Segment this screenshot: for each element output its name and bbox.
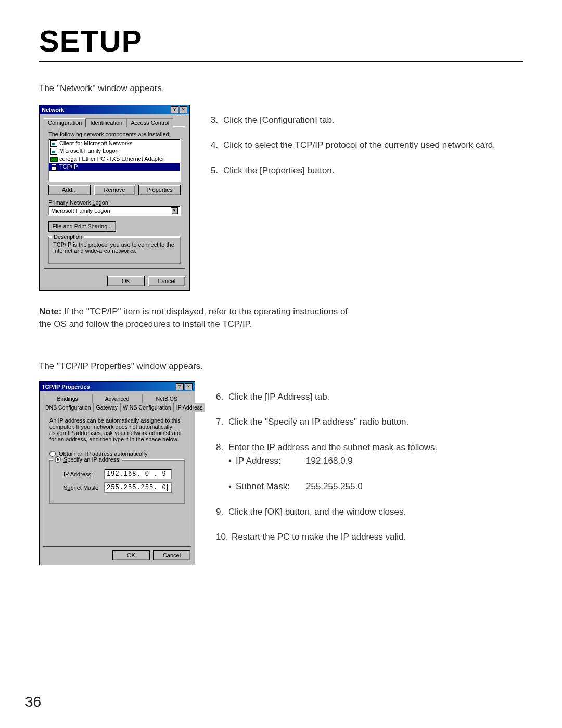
list-item-label: Client for Microsoft Networks	[59, 140, 133, 146]
bullet-mask: •Subnet Mask:255.255.255.0	[228, 480, 523, 493]
step-item: 9.Click the [OK] button, and the window …	[216, 506, 523, 519]
client-icon	[50, 148, 57, 155]
close-icon[interactable]: ×	[185, 383, 193, 390]
note-label: Note:	[39, 306, 61, 316]
intro-text-2: The "TCP/IP Properties" window appears.	[39, 360, 523, 373]
network-titlebar: Network ? ×	[40, 105, 189, 114]
list-item-label: TCP/IP	[59, 163, 78, 170]
tab-advanced[interactable]: Advanced	[92, 394, 142, 403]
tab-bindings[interactable]: Bindings	[43, 394, 92, 403]
tab-configuration[interactable]: Configuration	[44, 118, 86, 127]
tcpip-title: TCP/IP Properties	[42, 384, 90, 390]
ip-blurb: An IP address can be automatically assig…	[49, 417, 185, 442]
network-dialog: Network ? × Configuration Identification…	[39, 105, 190, 291]
installed-label: The following network components are ins…	[48, 131, 181, 137]
list-item-tcpip[interactable]: TCP/IP	[49, 163, 180, 171]
step-item-8: 8. Enter the IP address and the subnet m…	[216, 441, 523, 493]
description-group: Description TCP/IP is the protocol you u…	[48, 237, 181, 264]
step-item: 10.Restart the PC to make the IP address…	[216, 531, 523, 544]
ok-button[interactable]: OK	[107, 276, 145, 286]
file-print-sharing-button[interactable]: File and Print Sharing...	[48, 221, 116, 232]
tab-wins[interactable]: WINS Configuration	[120, 403, 174, 412]
tab-netbios[interactable]: NetBIOS	[142, 394, 191, 403]
radio-specify[interactable]	[55, 456, 61, 463]
subnet-mask-label: Subnet Mask:	[63, 484, 104, 491]
description-label: Description	[52, 234, 84, 240]
help-icon[interactable]: ?	[171, 106, 178, 113]
ip-address-label: IP Address:	[63, 471, 104, 477]
cancel-button[interactable]: Cancel	[148, 276, 185, 286]
list-item[interactable]: corega FEther PCI-TXS Ethernet Adapter	[49, 155, 180, 163]
primary-logon-combo[interactable]: Microsoft Family Logon ▼	[48, 206, 181, 216]
help-icon[interactable]: ?	[176, 383, 184, 390]
list-item-label: corega FEther PCI-TXS Ethernet Adapter	[59, 156, 164, 162]
btn-label: dd...	[66, 187, 76, 193]
ip-address-input[interactable]: 192.168. 0 . 9	[104, 469, 172, 479]
step-item: 3.Click the [Configuration] tab.	[211, 114, 523, 127]
list-item[interactable]: Client for Microsoft Networks	[49, 139, 180, 147]
intro-text-1: The "Network" window appears.	[39, 82, 523, 95]
step-item: 6.Click the [IP Address] tab.	[216, 391, 523, 404]
title-rule	[39, 61, 523, 62]
remove-button[interactable]: Remove	[94, 185, 136, 195]
step-item: 5.Click the [Properties] button.	[211, 164, 523, 177]
note-text: If the "TCP/IP" item is not displayed, r…	[39, 306, 348, 329]
tab-gateway[interactable]: Gateway	[94, 403, 120, 412]
page-number: 36	[25, 694, 41, 710]
tab-access-control[interactable]: Access Control	[126, 118, 173, 127]
close-icon[interactable]: ×	[180, 106, 187, 113]
steps-list-1: 3.Click the [Configuration] tab. 4.Click…	[211, 114, 523, 177]
chevron-down-icon[interactable]: ▼	[171, 207, 178, 214]
client-icon	[50, 140, 57, 147]
step-item: 4.Click to select the TCP/IP protocol of…	[211, 139, 523, 152]
protocol-icon	[50, 163, 57, 170]
step-item: 7.Click the "Specify an IP address" radi…	[216, 416, 523, 429]
description-text: TCP/IP is the protocol you use to connec…	[53, 241, 176, 259]
list-item-label: Microsoft Family Logon	[59, 148, 119, 154]
components-listbox[interactable]: Client for Microsoft Networks Microsoft …	[48, 139, 181, 182]
ok-button[interactable]: OK	[112, 550, 150, 560]
tab-identification[interactable]: Identification	[86, 118, 126, 127]
primary-logon-label: Primary Network Logon:	[48, 199, 181, 206]
combo-value: Microsoft Family Logon	[51, 208, 171, 214]
properties-button[interactable]: Properties	[138, 185, 181, 195]
bullet-ip: •IP Address:192.168.0.9	[228, 455, 523, 468]
list-item[interactable]: Microsoft Family Logon	[49, 147, 180, 155]
tcpip-titlebar: TCP/IP Properties ? ×	[40, 382, 195, 391]
network-title: Network	[42, 107, 64, 113]
page-title: SETUP	[39, 23, 523, 58]
adapter-icon	[50, 156, 57, 162]
subnet-mask-input[interactable]: 255.255.255. 0	[104, 482, 172, 493]
steps-list-2: 6.Click the [IP Address] tab. 7.Click th…	[216, 391, 523, 544]
add-button[interactable]: Add...	[48, 185, 91, 195]
cancel-button[interactable]: Cancel	[153, 550, 190, 560]
tab-ip-address[interactable]: IP Address	[174, 403, 206, 412]
tab-dns[interactable]: DNS Configuration	[43, 403, 94, 412]
radio-specify-label: Specify an IP address:	[63, 456, 121, 463]
tcpip-dialog: TCP/IP Properties ? × Bindings Advanced …	[39, 381, 195, 565]
